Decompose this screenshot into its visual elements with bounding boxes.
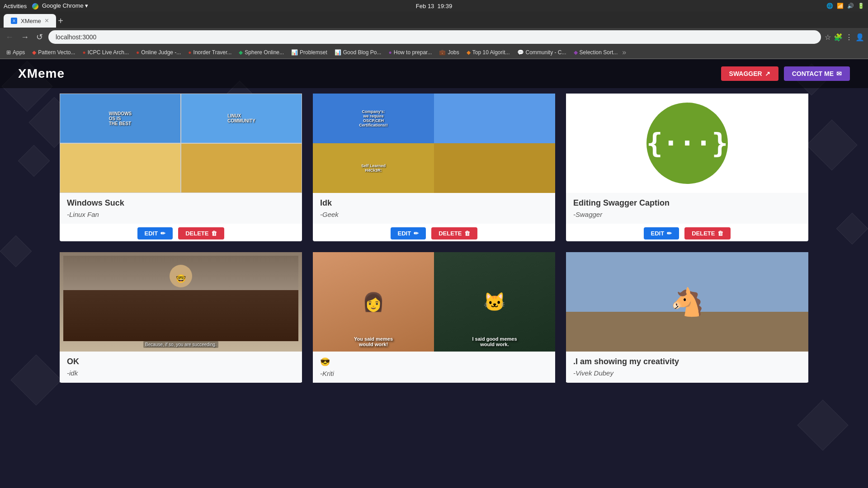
bookmark-label: Inorder Traver... (193, 49, 232, 56)
sponge-cell-br (181, 143, 302, 193)
swagger-button[interactable]: SWAGGER ↗ (721, 66, 778, 81)
pencil-icon-3: ✏ (667, 230, 672, 237)
edit-button-2[interactable]: EDIT ✏ (391, 227, 426, 239)
spongebob-meme-image-1: WINDOWSOS ISTHE BEST LINUXCOMMUNITY (60, 94, 302, 193)
back-button[interactable]: ← (4, 31, 15, 44)
bookmark-label: Good Blog Po... (343, 49, 382, 56)
meme-caption-3: Editing Swagger Caption -Swagger (566, 193, 808, 224)
more-bookmarks-button[interactable]: » (622, 48, 626, 56)
bookmark-inorder[interactable]: ● Inorder Traver... (185, 48, 234, 56)
forward-button[interactable]: → (19, 31, 31, 44)
womancat-left-text: You said memeswould work! (313, 336, 434, 347)
bookmark-icon: ● (82, 49, 85, 56)
delete-label-1: DELETE (185, 230, 208, 237)
bookmark-label: ICPC Live Arch... (88, 49, 129, 56)
reload-button[interactable]: ↺ (34, 30, 45, 44)
meme-caption-2: Idk -Geek (313, 193, 555, 224)
bookmark-jobs[interactable]: 💼 Jobs (436, 48, 462, 56)
apps-grid-icon: ⊞ (6, 49, 11, 56)
edit-button-1[interactable]: EDIT ✏ (137, 227, 173, 239)
tab-bar: X XMeme × + (0, 12, 868, 28)
swagger-braces-icon: {···} (646, 127, 728, 159)
bookmark-icon: ◆ (32, 49, 36, 56)
delete-button-3[interactable]: DELETE 🗑 (684, 227, 731, 239)
womancat-meme-image: 👩 You said memeswould work! 🐱 I said goo… (313, 252, 555, 352)
meme-author-2: -Geek (320, 211, 548, 218)
tab-close-button[interactable]: × (45, 17, 49, 24)
bookmark-oj[interactable]: ● Online Judge -... (133, 48, 184, 56)
email-icon: ✉ (836, 70, 842, 77)
meme-author-1: -Linux Fan (67, 211, 295, 218)
star-icon[interactable]: ☆ (825, 33, 831, 42)
bookmark-icpc[interactable]: ● ICPC Live Arch... (80, 48, 132, 56)
bookmark-icon: ◆ (574, 49, 578, 56)
bookmark-goodblog[interactable]: 📊 Good Blog Po... (332, 48, 384, 56)
bookmark-label: How to prepar... (394, 49, 432, 56)
meme-caption-6: .I am showing my creativity -Vivek Dubey (566, 352, 808, 382)
meme-author-3: -Swagger (573, 211, 801, 218)
nav-bar: ← → ↺ localhost:3000 ☆ 🧩 ⋮ 👤 (0, 28, 868, 46)
bookmark-selection[interactable]: ◆ Selection Sort... (571, 48, 621, 56)
bookmark-pattern[interactable]: ◆ Pattern Vecto... (29, 48, 78, 56)
meme-caption-1: Windows Suck -Linux Fan (60, 193, 302, 224)
delete-button-1[interactable]: DELETE 🗑 (178, 227, 224, 239)
horse-meme-image: 🐴 (566, 252, 808, 352)
meme-title-5: 😎 (320, 357, 548, 367)
bookmark-problemset[interactable]: 📊 Problemset (288, 48, 330, 56)
sponge2-cell-tr (434, 94, 555, 143)
sponge-cell-bl (60, 143, 181, 193)
nav-icons: ☆ 🧩 ⋮ 👤 (825, 33, 864, 42)
bookmark-sphere[interactable]: ◆ Sphere Online... (236, 48, 287, 56)
edit-label-2: EDIT (398, 230, 411, 237)
meme-card-4: Are you trying to hurt my feelings? 🤓 Be… (60, 252, 302, 383)
dwight-bottom-text: Because, if so, you are succeeding. (143, 341, 218, 348)
bookmark-howto[interactable]: ● How to prepar... (386, 48, 434, 56)
delete-button-2[interactable]: DELETE 🗑 (431, 227, 477, 239)
sponge2-cell-tl: Company's:we requireOSCP,CEHCertificatio… (313, 94, 434, 143)
new-tab-button[interactable]: + (58, 16, 63, 25)
extensions-icon[interactable]: 🧩 (834, 33, 843, 42)
menu-icon[interactable]: ⋮ (845, 33, 853, 42)
meme-image-1: WINDOWSOS ISTHE BEST LINUXCOMMUNITY (60, 94, 302, 193)
os-tray: 🌐📶🔊🔋 (826, 3, 864, 9)
apps-bookmark[interactable]: ⊞ Apps (4, 48, 28, 56)
bookmark-icon: 📊 (335, 49, 341, 56)
contact-label: CONTACT ME (792, 70, 834, 77)
meme-card-3: {···} Editing Swagger Caption -Swagger E… (566, 94, 808, 241)
meme-image-5: 👩 You said memeswould work! 🐱 I said goo… (313, 252, 555, 352)
bookmark-top10[interactable]: ◆ Top 10 Algorit... (464, 48, 513, 56)
profile-icon[interactable]: 👤 (855, 33, 864, 42)
dwight-meme-image: Are you trying to hurt my feelings? 🤓 Be… (60, 252, 302, 352)
trash-icon-2: 🗑 (464, 230, 470, 237)
meme-caption-4: OK -idk (60, 352, 302, 382)
sponge-cell-tr: LINUXCOMMUNITY (181, 94, 302, 143)
edit-button-3[interactable]: EDIT ✏ (644, 227, 679, 239)
bookmark-label: Pattern Vecto... (38, 49, 75, 56)
browser-chrome: X XMeme × + ← → ↺ localhost:3000 ☆ 🧩 ⋮ 👤… (0, 12, 868, 59)
delete-label-3: DELETE (692, 230, 715, 237)
meme-card-2: Company's:we requireOSCP,CEHCertificatio… (313, 94, 555, 241)
meme-author-4: -idk (67, 369, 295, 377)
meme-title-6: .I am showing my creativity (573, 357, 801, 366)
bookmark-icon: ◆ (467, 49, 471, 56)
browser-label: Google Chrome ▾ (32, 2, 88, 9)
meme-image-4: Are you trying to hurt my feelings? 🤓 Be… (60, 252, 302, 352)
meme-title-1: Windows Suck (67, 198, 295, 208)
tab-title: XMeme (21, 18, 41, 24)
tab-favicon: X (11, 18, 17, 24)
bookmark-label: Selection Sort... (580, 49, 618, 56)
active-tab[interactable]: X XMeme × (4, 14, 56, 28)
bookmark-community[interactable]: 💬 Community - C... (514, 48, 569, 56)
edit-label-1: EDIT (145, 230, 158, 237)
meme-image-6: 🐴 (566, 252, 808, 352)
app-navbar: XMeme SWAGGER ↗ CONTACT ME ✉ (0, 59, 868, 88)
meme-title-2: Idk (320, 198, 548, 208)
meme-card-6: 🐴 .I am showing my creativity -Vivek Dub… (566, 252, 808, 383)
bookmark-icon: ◆ (239, 49, 243, 56)
activities-label[interactable]: Activities (4, 3, 27, 9)
swagger-circle: {···} (646, 103, 728, 184)
trash-icon-1: 🗑 (211, 230, 217, 237)
meme-card-5: 👩 You said memeswould work! 🐱 I said goo… (313, 252, 555, 383)
address-bar[interactable]: localhost:3000 (48, 30, 821, 44)
contact-button[interactable]: CONTACT ME ✉ (784, 66, 850, 81)
